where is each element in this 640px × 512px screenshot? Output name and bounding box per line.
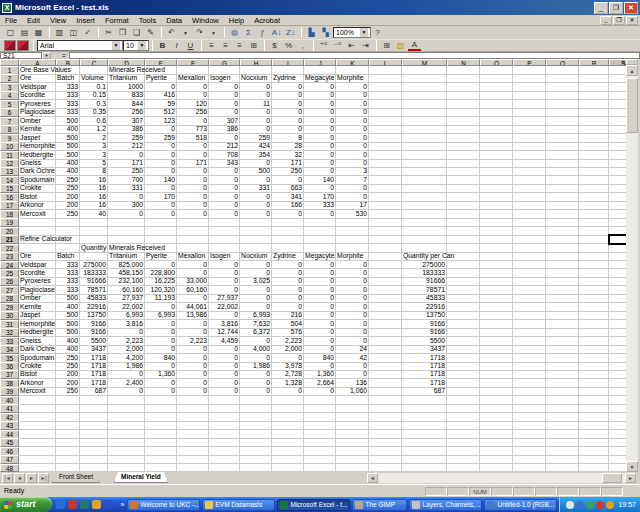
sheet-tab-mineral-yield[interactable]: Mineral Yield [114, 472, 168, 483]
redo-icon[interactable]: ↷ [193, 27, 206, 39]
menu-item-data[interactable]: Data [161, 16, 187, 25]
word-icon[interactable] [104, 500, 113, 509]
cell[interactable] [108, 464, 145, 472]
paste-icon[interactable]: ❏ [130, 27, 143, 39]
currency-icon[interactable]: $ [268, 40, 281, 52]
cell[interactable] [579, 464, 609, 472]
sort-ascending-icon[interactable]: A↓ [270, 27, 283, 39]
vertical-scrollbar[interactable]: ▲ ▼ [626, 59, 638, 472]
underline-icon[interactable]: U [184, 40, 197, 52]
worksheet-grid[interactable]: ABCDEFGHIJKLMNOPQRS1Ore Base ValuesMiner… [0, 59, 626, 472]
selected-cell-outline[interactable] [608, 234, 626, 244]
cell[interactable]: Refine Calculator [19, 235, 56, 244]
column-header[interactable]: L [369, 59, 402, 66]
column-header[interactable]: P [513, 59, 546, 66]
borders-icon[interactable]: ⊞ [380, 40, 393, 52]
volume-icon[interactable] [566, 501, 574, 509]
chevron-overflow-icon[interactable]: » [121, 501, 125, 508]
scroll-up-icon[interactable]: ▲ [626, 65, 638, 76]
help-icon[interactable]: ? [371, 27, 384, 39]
minimize-button[interactable]: _ [594, 2, 608, 14]
drawing-icon[interactable]: ▚ [319, 27, 332, 39]
browser-icon[interactable] [56, 500, 65, 509]
increase-indent-icon[interactable]: ⇥ [359, 40, 372, 52]
row-header[interactable]: 48 [0, 464, 19, 472]
italic-icon[interactable]: I [170, 40, 183, 52]
decrease-decimal-icon[interactable]: ⁻⁰ [331, 40, 344, 52]
close-button[interactable]: ✕ [624, 2, 638, 14]
menu-item-view[interactable]: View [45, 16, 71, 25]
paste-function-icon[interactable]: ƒ [256, 27, 269, 39]
column-header[interactable]: B [56, 59, 80, 66]
column-header[interactable]: E [145, 59, 177, 66]
align-left-icon[interactable]: ≡ [205, 40, 218, 52]
scroll-down-icon[interactable]: ▼ [626, 461, 638, 472]
workbook-restore-button[interactable]: ❐ [613, 16, 625, 25]
menu-item-format[interactable]: Format [100, 16, 134, 25]
column-header[interactable]: O [480, 59, 513, 66]
formula-input[interactable] [69, 52, 640, 59]
autosum-icon[interactable]: Σ [242, 27, 255, 39]
edit-formula-button[interactable]: = [59, 52, 69, 59]
percent-icon[interactable]: % [282, 40, 295, 52]
chevron-down-icon[interactable]: ▼ [360, 28, 368, 37]
column-header[interactable]: Q [546, 59, 579, 66]
column-header[interactable]: I [272, 59, 304, 66]
next-sheet-icon[interactable]: ► [26, 473, 37, 483]
round-app-icon[interactable] [80, 500, 89, 509]
menu-item-help[interactable]: Help [224, 16, 249, 25]
print-icon[interactable]: ▥ [53, 27, 66, 39]
column-header[interactable]: R [579, 59, 609, 66]
cut-icon[interactable]: ✂ [102, 27, 115, 39]
update-icon[interactable] [606, 501, 614, 509]
column-header[interactable]: F [177, 59, 209, 66]
cell[interactable] [80, 464, 108, 472]
cell[interactable]: Quantity per Can [402, 252, 447, 261]
align-right-icon[interactable]: ≡ [233, 40, 246, 52]
cell[interactable] [19, 464, 56, 472]
cell[interactable] [402, 464, 447, 472]
font-color-icon[interactable]: A [408, 40, 421, 51]
acrobat-pdf-email-icon[interactable] [17, 40, 29, 51]
cell[interactable] [336, 464, 369, 472]
comma-icon[interactable]: , [296, 40, 309, 52]
column-header[interactable]: C [80, 59, 108, 66]
sort-descending-icon[interactable]: Z↓ [284, 27, 297, 39]
chevron-down-icon[interactable]: ▼ [207, 27, 220, 39]
column-header[interactable]: A [19, 59, 56, 66]
cell[interactable] [240, 464, 272, 472]
chevron-down-icon[interactable]: ▼ [179, 27, 192, 39]
workbook-minimize-button[interactable]: _ [600, 16, 612, 25]
save-icon[interactable]: ▦ [32, 27, 45, 39]
format-painter-icon[interactable]: ✎ [144, 27, 157, 39]
chevron-down-icon[interactable]: ▼ [42, 52, 51, 59]
cell[interactable] [513, 464, 546, 472]
column-header[interactable]: N [447, 59, 480, 66]
column-header[interactable]: S [609, 59, 626, 66]
prev-sheet-icon[interactable]: ◄ [14, 473, 25, 483]
hyperlink-icon[interactable]: ◍ [228, 27, 241, 39]
zoom-combo[interactable]: 100%▼ [333, 27, 371, 38]
print-preview-icon[interactable]: ◫ [67, 27, 80, 39]
increase-decimal-icon[interactable]: ⁺⁰ [317, 40, 330, 52]
select-all-corner[interactable] [0, 59, 19, 66]
chart-wizard-icon[interactable]: ▙ [305, 27, 318, 39]
spelling-icon[interactable]: ✓ [81, 27, 94, 39]
title-bar[interactable]: X Microsoft Excel - test.xls _ ❐ ✕ [0, 0, 640, 15]
cell[interactable] [177, 464, 209, 472]
last-sheet-icon[interactable]: ►| [38, 473, 49, 483]
cell[interactable] [546, 464, 579, 472]
column-header[interactable]: D [108, 59, 145, 66]
bold-icon[interactable]: B [156, 40, 169, 52]
taskbar-button-untitled-1-0-rgb[interactable]: Untitled-1.0 (RGB... [484, 499, 557, 511]
horizontal-scrollbar[interactable]: ◄ ► [367, 473, 636, 483]
menu-item-file[interactable]: File [0, 16, 22, 25]
column-header[interactable]: J [304, 59, 336, 66]
merge-center-icon[interactable]: ⊞ [247, 40, 260, 52]
menu-item-window[interactable]: Window [187, 16, 224, 25]
column-header[interactable]: G [209, 59, 240, 66]
cell[interactable] [56, 464, 80, 472]
network-icon[interactable] [586, 501, 594, 509]
workbook-close-button[interactable]: ✕ [626, 16, 638, 25]
column-header[interactable]: K [336, 59, 369, 66]
